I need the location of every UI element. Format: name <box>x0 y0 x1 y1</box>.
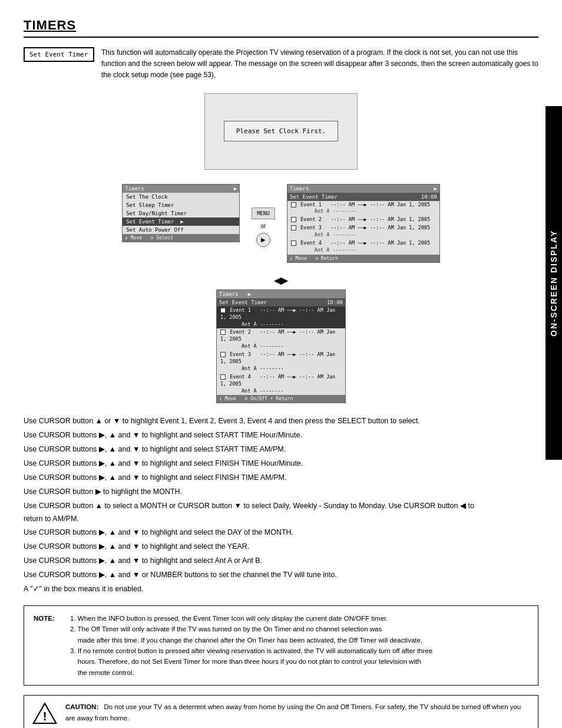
menu-item-autopower[interactable]: Set Auto Power Off <box>123 226 239 234</box>
et-event3-checkbox <box>291 225 296 230</box>
et-event1-row: Event 1 --:-- AM ——▶ --:-- AM Jan 1, 200… <box>287 201 439 216</box>
et2-time: 10:00 <box>327 299 343 305</box>
timers-menu-box: Timers ▶ Set The Clock Set Sleep Timer S… <box>122 184 240 242</box>
instruction-7: Use CURSOR button ▲ to select a MONTH or… <box>24 500 538 526</box>
et2-event3-ant: Ant A -------- <box>220 365 342 373</box>
instruction-3: Use CURSOR buttons ▶, ▲ and ▼ to highlig… <box>24 443 538 456</box>
caution-body: Do not use your TV as a deterrent when a… <box>65 703 521 721</box>
et2-event4-checkbox <box>220 374 226 380</box>
et-event3-ant: Ant A -------- <box>291 232 436 239</box>
et-event1-label: Event 1 --:-- AM ——▶ --:-- AM Jan 1, 200… <box>300 202 430 207</box>
menu-item-sleep[interactable]: Set Sleep Timer <box>123 201 239 209</box>
et2-subtitle: Set Event Timer 10:00 <box>217 298 345 307</box>
menu-item-clock[interactable]: Set The Clock <box>123 193 239 201</box>
intro-section: Set Event Timer This function will autom… <box>24 47 538 81</box>
note-label: NOTE: <box>34 613 69 678</box>
caution-text-block: CAUTION: Do not use your TV as a deterre… <box>65 701 530 723</box>
svg-text:!: ! <box>43 710 47 723</box>
instruction-9: Use CURSOR buttons ▶, ▲ and ▼ to highlig… <box>24 541 538 554</box>
intro-text: This function will automatically operate… <box>101 47 538 81</box>
et2-event1-ant: Ant A -------- <box>220 321 342 328</box>
navigation-arrows: MENU or ▶ <box>252 184 275 247</box>
et2-event2-ant: Ant A -------- <box>220 343 342 350</box>
ok-button-label: MENU <box>252 207 275 219</box>
note-table: NOTE: 1. When the INFO button is pressed… <box>32 612 530 679</box>
et-subtitle-row: Set Event Timer 10:00 <box>287 193 439 201</box>
right-side-label: ON-SCREEN DISPLAY <box>546 106 562 460</box>
note-item-1: 1. When the INFO button is pressed, the … <box>70 613 528 624</box>
et-title-row: Timers ▶ <box>287 185 439 193</box>
et2-event3-checkbox <box>220 352 226 357</box>
et-event3-label: Event 3 --:-- AM ——▶ --:-- AM Jan 1, 200… <box>300 225 430 230</box>
note-item-3: 3. If no remote control button is presse… <box>70 645 528 678</box>
et2-event3-row: Event 3 --:-- AM ——▶ --:-- AM Jan 1, 200… <box>217 351 345 373</box>
et-event2-row: Event 2 --:-- AM ——▶ --:-- AM Jan 1, 200… <box>287 216 439 224</box>
menu-item-event[interactable]: Set Event Timer ▶ <box>123 218 239 226</box>
et2-bottom-label: ↕ Move ⊙ On/Off • Return <box>217 395 345 403</box>
et-event3-row: Event 3 --:-- AM ——▶ --:-- AM Jan 1, 200… <box>287 224 439 239</box>
menu-title: Timers ▶ <box>123 185 239 193</box>
instruction-4: Use CURSOR buttons ▶, ▲ and ▼ to highlig… <box>24 457 538 470</box>
menu-title-label: Timers <box>125 186 144 192</box>
et2-event4-label: Event 4 --:-- AM ——▶ --:-- AM Jan 1, 200… <box>220 374 335 387</box>
instruction-5: Use CURSOR buttons ▶, ▲ and ▼ to highlig… <box>24 472 538 485</box>
et-title: Timers <box>290 186 309 192</box>
et-event4-row: Event 4 --:-- AM ——▶ --:-- AM Jan 1, 200… <box>287 239 439 255</box>
menu-arrow: ▶ <box>234 186 237 192</box>
et-event2-checkbox <box>291 217 296 222</box>
page-title: TIMERS <box>24 18 538 38</box>
menu-item-daynight[interactable]: Set Day/Night Timer <box>123 209 239 218</box>
down-arrow-connector: ◀▶ <box>24 275 538 286</box>
diagram-section: Timers ▶ Set The Clock Set Sleep Timer S… <box>24 184 538 263</box>
et2-event3-label: Event 3 --:-- AM ——▶ --:-- AM Jan 1, 200… <box>220 351 335 364</box>
instruction-2: Use CURSOR buttons ▶, ▲ and ▼ to highlig… <box>24 429 538 442</box>
instructions-section: Use CURSOR button ▲ or ▼ to highlight Ev… <box>24 415 538 595</box>
instruction-12: A "✓" in the box means it is enabled. <box>24 583 538 596</box>
et2-event1-checkbox <box>220 308 226 313</box>
event-timer-lower-box: Timers ▶ Set Event Timer 10:00 Event 1 -… <box>216 289 346 404</box>
et-bottom-label: ↕ Move ⊙ Return <box>287 255 439 262</box>
note-content: 1. When the INFO button is pressed, the … <box>70 613 528 678</box>
caution-icon: ! <box>32 701 57 726</box>
clock-warning-screen: Please Set Clock First. <box>204 93 358 170</box>
clock-warning-message: Please Set Clock First. <box>224 121 338 141</box>
et2-title-label: Timers ▶ <box>219 291 251 297</box>
or-label: or <box>261 223 266 229</box>
instruction-6: Use CURSOR button ▶ to highlight the MON… <box>24 486 538 499</box>
et-event4-label: Event 4 --:-- AM ——▶ --:-- AM Jan 1, 200… <box>300 240 430 246</box>
down-arrow-icon: ◀▶ <box>274 275 288 286</box>
instruction-8: Use CURSOR buttons ▶, ▲ and ▼ to highlig… <box>24 526 538 539</box>
et2-title: Timers ▶ <box>217 290 345 298</box>
et2-event4-ant: Ant A -------- <box>220 388 342 395</box>
set-event-timer-badge: Set Event Timer <box>24 47 94 62</box>
et2-event2-checkbox <box>220 330 226 335</box>
et-event4-ant: Ant A -------- <box>291 247 436 254</box>
et2-event1-row-selected: Event 1 --:-- AM ——▶ --:-- AM Jan 1, 200… <box>217 307 345 329</box>
et2-event2-label: Event 2 --:-- AM ——▶ --:-- AM Jan 1, 200… <box>220 329 335 342</box>
lower-diagram-section: Timers ▶ Set Event Timer 10:00 Event 1 -… <box>24 289 538 404</box>
et2-subtitle-label: Set Event Timer <box>219 299 267 305</box>
et-title-arrow: ▶ <box>434 186 437 192</box>
et-subtitle-label: Set Event Timer <box>290 194 338 200</box>
note-section: NOTE: 1. When the INFO button is pressed… <box>24 605 538 686</box>
caution-label: CAUTION: <box>65 703 98 710</box>
et-time: 10:00 <box>421 194 437 200</box>
et2-event2-row: Event 2 --:-- AM ——▶ --:-- AM Jan 1, 200… <box>217 328 345 351</box>
play-button[interactable]: ▶ <box>256 233 270 247</box>
event-timer-right-box: Timers ▶ Set Event Timer 10:00 Event 1 -… <box>287 184 440 263</box>
et-event4-checkbox <box>291 241 296 246</box>
et-event2-label: Event 2 --:-- AM ——▶ --:-- AM Jan 1, 200… <box>300 216 430 222</box>
et-event1-ant: Ant A -------- <box>291 208 436 215</box>
instruction-11: Use CURSOR buttons ▶, ▲ and ▼ or NUMBER … <box>24 569 538 582</box>
et2-event4-row: Event 4 --:-- AM ——▶ --:-- AM Jan 1, 200… <box>217 373 345 396</box>
instruction-10: Use CURSOR buttons ▶, ▲ and ▼ to highlig… <box>24 555 538 568</box>
note-item-2: 2. The Off Timer will only activate if t… <box>70 624 528 645</box>
instruction-1: Use CURSOR button ▲ or ▼ to highlight Ev… <box>24 415 538 428</box>
et2-event1-label: Event 1 --:-- AM ——▶ --:-- AM Jan 1, 200… <box>220 307 335 320</box>
caution-section: ! CAUTION: Do not use your TV as a deter… <box>24 695 538 728</box>
menu-bottom-label: ↕ Move ⊙ Select <box>123 234 239 242</box>
et-event1-checkbox <box>291 202 296 207</box>
